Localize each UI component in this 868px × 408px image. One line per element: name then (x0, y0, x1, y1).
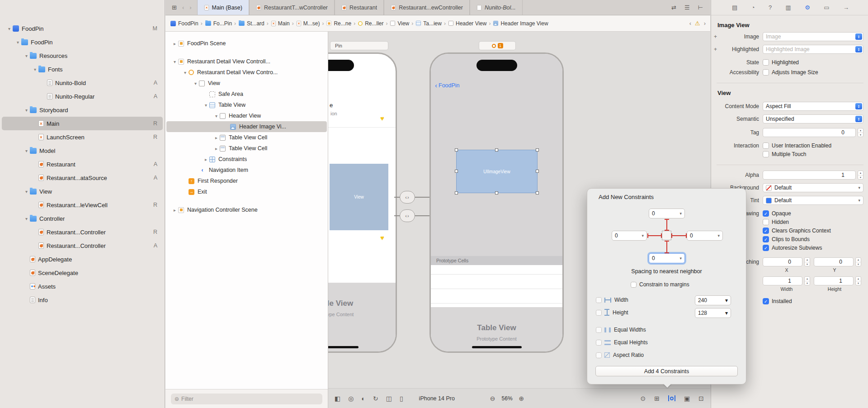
outline-item-table-view-cell[interactable]: ▸Table View Cell (166, 143, 327, 154)
navigator-item-launchscreen[interactable]: LaunchScreenR (2, 130, 163, 144)
back-button[interactable]: ‹ FoodPin (435, 82, 460, 89)
outline-item-restaurant-detail-view-controll[interactable]: ▾Restaurant Detail View Controll... (166, 56, 327, 67)
outline-item-foodpin-scene[interactable]: ▸FoodPin Scene (166, 38, 327, 49)
user-interaction-enabled-checkbox[interactable] (763, 142, 769, 149)
back-icon[interactable]: ‹ (182, 4, 184, 11)
outline-item-navigation-item[interactable]: ‹Navigation Item (166, 165, 327, 176)
chevron-right-icon[interactable]: ▸ (203, 157, 209, 162)
jumpbar-item-m-se[interactable]: M...se) (296, 20, 320, 27)
top-spacing-dropdown[interactable]: 0 ▾ (649, 209, 685, 218)
code-review-icon[interactable]: ⇄ (671, 4, 676, 11)
equal-heights-checkbox[interactable] (596, 340, 602, 346)
editor-options-icon[interactable]: ☰ (684, 4, 690, 11)
jumpbar-item-view[interactable]: View (390, 20, 409, 27)
chevron-down-icon[interactable]: ▾ (24, 148, 29, 153)
chevron-down-icon[interactable]: ▾ (203, 103, 209, 108)
restaurant-detail-scene[interactable]: ‹ FoodPin UIImageView Prototype Cells Ta… (429, 52, 564, 353)
leading-spacing-dropdown[interactable]: 0 ▾ (612, 231, 647, 241)
resize-handle[interactable] (536, 191, 539, 195)
tag-field[interactable]: 0 (763, 128, 856, 137)
image-field[interactable]: Image ▲▼ (763, 32, 863, 41)
segue-connector[interactable]: ‹› (400, 209, 415, 222)
hidden-checkbox[interactable] (763, 219, 769, 225)
filter-field[interactable]: ⊜ Filter (171, 394, 322, 404)
jumpbar-item-st-ard[interactable]: St...ard (238, 20, 264, 27)
navigator-item-model[interactable]: ▾Model (2, 144, 163, 157)
highlighted-image-field[interactable]: Highlighted Image ▲▼ (763, 45, 863, 54)
navigator-item-restaurant-controller[interactable]: Restaurant...ControllerA (2, 239, 163, 252)
align-icon[interactable]: ⊞ (654, 395, 660, 402)
navigator-item-nunito-regular[interactable]: Nunito-RegularA (2, 90, 163, 103)
clips-to-bounds-checkbox[interactable] (763, 236, 769, 242)
navigator-item-restaurant[interactable]: RestaurantA (2, 157, 163, 171)
multiple-touch-checkbox[interactable] (763, 151, 769, 157)
height-value-dropdown[interactable]: 128 ▾ (695, 308, 731, 318)
navigator-item-foodpin[interactable]: ▾FoodPinM (2, 22, 163, 35)
navigator-item-resources[interactable]: ▾Resources (2, 49, 163, 62)
navigator-item-appdelegate[interactable]: AppDelegate (2, 252, 163, 266)
attributes-inspector-icon[interactable]: ⚙ (805, 4, 810, 11)
semantic-popup[interactable]: Unspecified ▲▼ (763, 114, 863, 123)
tab-restaurant-ewcontroller[interactable]: Restaurant...ewController (384, 0, 470, 15)
stretch-height-stepper[interactable]: ▲▼ (855, 276, 861, 285)
chevron-down-icon[interactable]: ▾ (24, 189, 29, 194)
chevron-down-icon[interactable]: ▾ (182, 70, 188, 75)
zoom-level[interactable]: 56% (502, 395, 513, 402)
tab-main-base[interactable]: Main (Base) (197, 0, 249, 15)
alpha-stepper[interactable]: ▲▼ (858, 171, 863, 180)
tab-nunito-bol[interactable]: Nunito-Bol... (470, 0, 523, 15)
size-inspector-icon[interactable]: ▭ (824, 4, 829, 11)
navigator-item-foodpin[interactable]: ▾FoodPin (2, 35, 163, 49)
outline-item-navigation-controller-scene[interactable]: ▸Navigation Controller Scene (166, 204, 327, 215)
zoom-in-icon[interactable]: ⊕ (519, 395, 524, 402)
detail-scene-title[interactable]: 1 (479, 42, 515, 50)
jumpbar-item-main[interactable]: Main (271, 20, 290, 27)
stretch-height-field[interactable]: 1 (814, 276, 854, 285)
bottom-spacing-dropdown[interactable]: 0 ▾ (649, 253, 685, 263)
navigator-item-restaurant-atasource[interactable]: Restaurant...ataSourceA (2, 171, 163, 185)
add-editor-icon[interactable]: ⊢ (698, 4, 703, 11)
clears-graphics-context-checkbox[interactable] (763, 228, 769, 234)
popup-chevrons-icon[interactable]: ▲▼ (855, 116, 862, 122)
jumpbar-item-foodpin[interactable]: FoodPin (170, 20, 198, 27)
navigator-item-main[interactable]: MainR (2, 117, 163, 130)
chevron-right-icon[interactable]: ▸ (172, 41, 178, 46)
navigator-item-restaurant-leviewcell[interactable]: Restaurant...leViewCellR (2, 198, 163, 212)
appearance-icon[interactable]: ◐ (361, 395, 365, 402)
resize-handle[interactable] (495, 191, 498, 195)
left-scene-title[interactable]: Pin (330, 42, 388, 50)
jumpbar-item-fo-pin[interactable]: Fo...Pin (205, 20, 232, 27)
navigator-item-storyboard[interactable]: ▾Storyboard (2, 103, 163, 117)
resolve-issues-icon[interactable]: ▣ (684, 395, 690, 402)
quick-help-icon[interactable]: ? (769, 4, 772, 11)
stretch-x-field[interactable]: 0 (763, 257, 802, 266)
navigator-item-controller[interactable]: ▾Controller (2, 212, 163, 225)
chevron-down-icon[interactable]: ▾ (193, 81, 198, 86)
jumpbar-item-header-view[interactable]: Header View (448, 20, 486, 27)
update-frames-icon[interactable]: ⊙ (641, 395, 646, 402)
resize-handle[interactable] (455, 170, 458, 173)
outline-item-constraints[interactable]: ▸Constraints (166, 154, 327, 165)
related-items-icon[interactable]: ⊞ (172, 4, 177, 11)
outline-item-table-view[interactable]: ▾Table View (166, 100, 327, 110)
outline-item-view[interactable]: ▾View (166, 78, 327, 89)
history-inspector-icon[interactable]: ◔ (751, 4, 755, 11)
opaque-checkbox[interactable] (763, 210, 769, 217)
constrain-to-margins-checkbox[interactable] (631, 282, 637, 288)
resize-handle[interactable] (455, 191, 458, 195)
trailing-spacing-dropdown[interactable]: 0 ▾ (687, 231, 723, 241)
navigator-item-fonts[interactable]: ▾Fonts (2, 62, 163, 76)
selected-header-image-view[interactable]: UIImageView (456, 150, 538, 193)
jumpbar-item-re-ne[interactable]: Re...ne (326, 20, 351, 27)
navigator-item-scenedelegate[interactable]: SceneDelegate (2, 266, 163, 280)
popup-chevrons-icon[interactable]: ▲▼ (855, 46, 862, 52)
alpha-field[interactable]: 1 (763, 171, 856, 180)
jumpbar-item-header-image-view[interactable]: Header Image View (493, 20, 548, 27)
chevron-right-icon[interactable]: ▸ (172, 208, 178, 213)
add-highlighted-image-icon[interactable]: + (714, 46, 717, 52)
connections-inspector-icon[interactable]: → (843, 4, 849, 11)
identity-inspector-icon[interactable]: ▥ (786, 4, 791, 11)
stretch-x-stepper[interactable]: ▲▼ (804, 257, 810, 266)
chevron-down-icon[interactable]: ▾ (213, 114, 219, 119)
forward-icon[interactable]: › (189, 4, 191, 11)
